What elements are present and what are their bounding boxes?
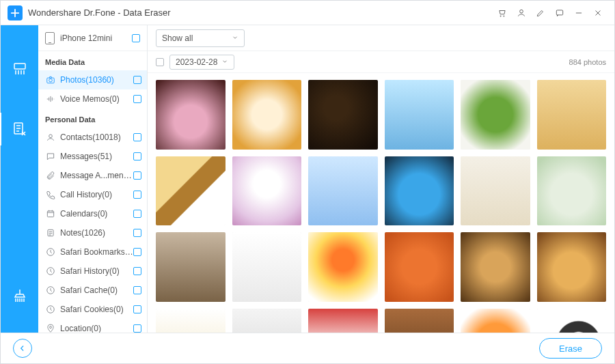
photo-thumbnail[interactable] <box>232 232 302 302</box>
photo-thumbnail-image <box>232 309 302 333</box>
photo-thumbnail-image <box>537 80 607 150</box>
photo-thumbnail-image <box>537 156 607 226</box>
sidebar-item-label: Safari Bookmarks(1347) <box>60 247 133 257</box>
back-button[interactable] <box>13 339 32 358</box>
photo-thumbnail[interactable] <box>461 232 530 302</box>
photo-thumbnail[interactable] <box>156 309 226 333</box>
photo-thumbnail[interactable] <box>385 80 454 150</box>
photo-thumbnail-image <box>385 80 454 150</box>
photo-grid-scroll[interactable] <box>148 73 614 333</box>
photo-thumbnail-image <box>308 232 378 302</box>
sidebar-item-camera[interactable]: Photos(10360) <box>38 70 147 89</box>
photo-thumbnail[interactable] <box>156 232 226 302</box>
photo-thumbnail[interactable] <box>537 80 607 150</box>
date-label: 2023-02-28 <box>176 57 217 67</box>
photo-thumbnail[interactable] <box>232 156 302 226</box>
photo-thumbnail[interactable] <box>308 232 378 302</box>
sidebar-item-checkbox[interactable] <box>133 171 141 180</box>
note-icon <box>45 227 56 238</box>
contact-icon <box>45 132 56 143</box>
user-icon[interactable] <box>512 3 531 23</box>
erase-button[interactable]: Erase <box>539 338 602 359</box>
photo-thumbnail[interactable] <box>537 232 607 302</box>
photo-thumbnail[interactable] <box>156 156 226 226</box>
photo-thumbnail[interactable] <box>385 156 454 226</box>
sidebar-item-cache[interactable]: Safari Cache(0) <box>38 281 147 300</box>
feedback-icon[interactable] <box>550 3 569 23</box>
sidebar-item-checkbox[interactable] <box>133 248 141 256</box>
sidebar-item-checkbox[interactable] <box>133 286 141 294</box>
app-logo-icon <box>8 5 23 20</box>
app-window: Wondershare Dr.Fone - Data Eraser <box>0 0 615 364</box>
close-icon[interactable] <box>588 3 607 23</box>
sidebar-item-checkbox[interactable] <box>133 229 141 237</box>
sidebar-item-cookie[interactable]: Safari Cookies(0) <box>38 300 147 319</box>
photo-thumbnail[interactable] <box>385 309 454 333</box>
photo-thumbnail[interactable] <box>537 309 607 333</box>
edit-icon[interactable] <box>531 3 550 23</box>
sidebar-item-location[interactable]: Location(0) <box>38 319 147 333</box>
photo-thumbnail-image <box>461 232 530 302</box>
sidebar-item-voice[interactable]: Voice Memos(0) <box>38 89 147 109</box>
titlebar: Wondershare Dr.Fone - Data Eraser <box>1 1 614 25</box>
sidebar-item-message[interactable]: Messages(51) <box>38 147 147 166</box>
photo-thumbnail-image <box>156 80 226 150</box>
device-checkbox[interactable] <box>132 34 140 42</box>
cache-icon <box>45 285 56 296</box>
photo-thumbnail-image <box>461 309 530 333</box>
sidebar-item-history[interactable]: Safari History(0) <box>38 262 147 281</box>
attach-icon <box>45 170 56 181</box>
content-area: Show all 2023-02-28 884 photos <box>148 25 614 333</box>
sidebar-item-contact[interactable]: Contacts(10018) <box>38 128 147 147</box>
photo-thumbnail[interactable] <box>156 80 226 150</box>
photo-thumbnail[interactable] <box>461 80 530 150</box>
camera-icon <box>45 74 56 85</box>
rail-cleanup-icon[interactable] <box>10 286 29 305</box>
sidebar-item-checkbox[interactable] <box>133 133 141 141</box>
sidebar-item-checkbox[interactable] <box>133 324 141 333</box>
photo-thumbnail[interactable] <box>232 80 302 150</box>
photo-thumbnail[interactable] <box>308 80 378 150</box>
photo-thumbnail-image <box>232 232 302 302</box>
photo-thumbnail-image <box>156 232 226 302</box>
rail-erase-data-icon[interactable] <box>10 120 29 139</box>
cookie-icon <box>45 304 56 315</box>
sidebar-item-call[interactable]: Call History(0) <box>38 185 147 204</box>
sidebar-item-attach[interactable]: Message A...ments(34) <box>38 166 147 185</box>
photo-thumbnail[interactable] <box>385 232 454 302</box>
filter-show-select[interactable]: Show all <box>156 29 245 47</box>
svg-point-5 <box>49 79 53 82</box>
location-icon <box>45 323 56 333</box>
chevron-down-icon <box>232 33 238 43</box>
photo-thumbnail[interactable] <box>232 309 302 333</box>
photo-thumbnail-image <box>232 80 302 150</box>
device-name: iPhone 12mini <box>60 33 112 43</box>
minimize-icon[interactable] <box>569 3 588 23</box>
sidebar-item-checkbox[interactable] <box>133 305 141 313</box>
sidebar-section-header: Personal Data <box>38 109 147 128</box>
photo-thumbnail[interactable] <box>461 156 530 226</box>
sidebar-item-checkbox[interactable] <box>133 76 141 84</box>
sidebar-item-checkbox[interactable] <box>133 95 141 103</box>
sidebar-item-checkbox[interactable] <box>133 191 141 199</box>
sidebar-item-checkbox[interactable] <box>133 210 141 218</box>
date-group-checkbox[interactable] <box>156 58 164 66</box>
photo-thumbnail[interactable] <box>461 309 530 333</box>
sidebar-item-checkbox[interactable] <box>133 267 141 275</box>
photo-thumbnail-image <box>308 309 378 333</box>
device-phone-icon <box>45 32 55 44</box>
photo-thumbnail[interactable] <box>537 156 607 226</box>
device-row[interactable]: iPhone 12mini <box>38 25 147 51</box>
sidebar-item-bookmark[interactable]: Safari Bookmarks(1347) <box>38 242 147 262</box>
sidebar-item-note[interactable]: Notes(1026) <box>38 223 147 242</box>
rail-shredder-icon[interactable] <box>10 59 29 79</box>
photo-thumbnail[interactable] <box>308 156 378 226</box>
photo-count: 884 photos <box>569 58 606 66</box>
cart-icon[interactable] <box>493 3 512 23</box>
date-select[interactable]: 2023-02-28 <box>169 55 234 70</box>
sidebar-item-calendar[interactable]: Calendars(0) <box>38 204 147 223</box>
photo-thumbnail-image <box>308 156 378 226</box>
sidebar-section-header: Media Data <box>38 51 147 70</box>
photo-thumbnail[interactable] <box>308 309 378 333</box>
sidebar-item-checkbox[interactable] <box>133 152 141 160</box>
